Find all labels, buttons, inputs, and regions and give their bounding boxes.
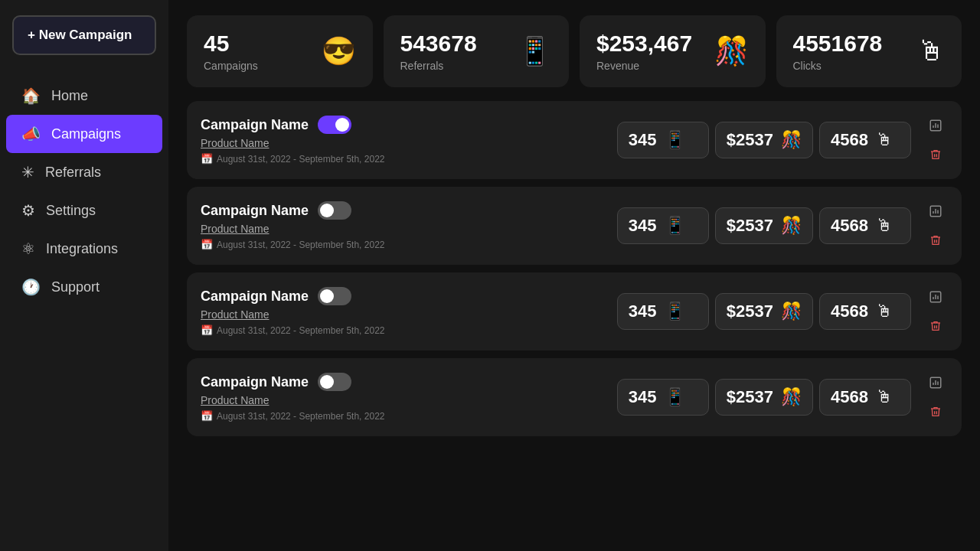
support-icon: 🕐 xyxy=(21,278,41,296)
stat-info: 4551678 Clicks xyxy=(793,31,883,72)
campaign-name-row: Campaign Name xyxy=(201,373,609,391)
home-icon: 🏠 xyxy=(21,86,41,105)
revenue-badge: $2537 🎊 xyxy=(715,379,813,416)
campaign-date: 📅 August 31st, 2022 - September 5th, 202… xyxy=(201,239,609,250)
sidebar-item-label: Support xyxy=(51,279,100,295)
stat-value: 4551678 xyxy=(793,31,883,57)
clicks-icon: 🖱 xyxy=(876,130,893,150)
metrics-group: 345 📱 $2537 🎊 4568 🖱 xyxy=(617,293,911,330)
stat-card-0: 45 Campaigns 😎 xyxy=(187,15,373,87)
view-report-button[interactable] xyxy=(923,370,948,395)
stat-icon: 📱 xyxy=(518,35,552,67)
sidebar-item-label: Home xyxy=(51,88,88,104)
clicks-value: 4568 xyxy=(831,130,868,150)
campaign-info: Campaign Name Product Name 📅 August 31st… xyxy=(201,373,609,422)
campaign-card-1: Campaign Name Product Name 📅 August 31st… xyxy=(187,187,962,265)
revenue-icon: 🎊 xyxy=(781,216,802,236)
clicks-value: 4568 xyxy=(831,216,868,236)
metrics-group: 345 📱 $2537 🎊 4568 🖱 xyxy=(617,122,911,158)
sidebar-item-campaigns[interactable]: 📣 Campaigns xyxy=(6,115,162,153)
campaign-card-2: Campaign Name Product Name 📅 August 31st… xyxy=(187,272,962,350)
referrals-value: 345 xyxy=(629,387,657,407)
stats-row: 45 Campaigns 😎 543678 Referrals 📱 $253,4… xyxy=(187,15,962,87)
stat-label: Clicks xyxy=(793,60,883,72)
clicks-icon: 🖱 xyxy=(876,302,893,321)
clicks-badge: 4568 🖱 xyxy=(819,379,911,416)
toggle-knob xyxy=(320,289,334,303)
revenue-value: $2537 xyxy=(727,387,773,407)
sidebar-item-support[interactable]: 🕐 Support xyxy=(6,268,162,306)
campaign-product[interactable]: Product Name xyxy=(201,137,609,149)
campaign-name-row: Campaign Name xyxy=(201,287,609,305)
view-report-button[interactable] xyxy=(923,285,948,309)
calendar-icon: 📅 xyxy=(201,410,213,422)
clicks-badge: 4568 🖱 xyxy=(819,293,911,330)
new-campaign-button[interactable]: + New Campaign xyxy=(12,15,156,55)
campaign-name: Campaign Name xyxy=(201,117,309,133)
delete-campaign-button[interactable] xyxy=(923,314,948,338)
revenue-icon: 🎊 xyxy=(781,387,802,407)
stat-value: 543678 xyxy=(400,31,477,57)
referrals-value: 345 xyxy=(629,130,657,150)
campaigns-icon: 📣 xyxy=(21,125,41,143)
revenue-badge: $2537 🎊 xyxy=(715,207,813,244)
campaign-product[interactable]: Product Name xyxy=(201,394,609,406)
campaign-info: Campaign Name Product Name 📅 August 31st… xyxy=(201,287,609,336)
sidebar-item-home[interactable]: 🏠 Home xyxy=(6,77,162,115)
stat-value: $253,467 xyxy=(596,31,692,57)
sidebar: + New Campaign 🏠 Home 📣 Campaigns ✳ Refe… xyxy=(0,0,168,551)
clicks-icon: 🖱 xyxy=(876,216,893,236)
revenue-icon: 🎊 xyxy=(781,130,802,150)
campaign-name: Campaign Name xyxy=(201,374,309,390)
action-buttons xyxy=(923,199,948,253)
sidebar-item-label: Settings xyxy=(46,203,96,219)
campaign-date: 📅 August 31st, 2022 - September 5th, 202… xyxy=(201,153,609,165)
revenue-icon: 🎊 xyxy=(781,302,802,321)
campaign-name: Campaign Name xyxy=(201,203,309,219)
sidebar-item-integrations[interactable]: ⚛ Integrations xyxy=(6,230,162,268)
campaign-info: Campaign Name Product Name 📅 August 31st… xyxy=(201,201,609,250)
stat-label: Referrals xyxy=(400,60,477,72)
campaign-name-row: Campaign Name xyxy=(201,116,609,134)
toggle-knob xyxy=(320,375,334,389)
sidebar-item-label: Integrations xyxy=(46,241,118,257)
campaign-date-text: August 31st, 2022 - September 5th, 2022 xyxy=(217,411,384,422)
referrals-icon: 📱 xyxy=(665,387,685,407)
referrals-icon: 📱 xyxy=(665,130,685,150)
referrals-icon: ✳ xyxy=(21,163,34,181)
view-report-button[interactable] xyxy=(923,199,948,223)
main-content: 45 Campaigns 😎 543678 Referrals 📱 $253,4… xyxy=(168,0,980,551)
clicks-badge: 4568 🖱 xyxy=(819,122,911,158)
referrals-badge: 345 📱 xyxy=(617,122,709,158)
stat-icon: 🎊 xyxy=(714,35,749,67)
campaign-date-text: August 31st, 2022 - September 5th, 2022 xyxy=(217,325,384,336)
stat-icon: 😎 xyxy=(322,35,356,67)
sidebar-item-settings[interactable]: ⚙ Settings xyxy=(6,191,162,230)
integrations-icon: ⚛ xyxy=(21,240,35,258)
stat-icon: 🖱 xyxy=(917,35,945,67)
campaign-toggle[interactable] xyxy=(318,373,351,391)
stat-card-2: $253,467 Revenue 🎊 xyxy=(580,15,766,87)
referrals-icon: 📱 xyxy=(665,302,685,321)
delete-campaign-button[interactable] xyxy=(923,228,948,253)
campaign-product[interactable]: Product Name xyxy=(201,308,609,321)
settings-icon: ⚙ xyxy=(21,201,35,220)
revenue-value: $2537 xyxy=(727,302,773,321)
stat-label: Campaigns xyxy=(204,60,258,72)
campaign-product[interactable]: Product Name xyxy=(201,223,609,235)
campaign-toggle[interactable] xyxy=(318,116,351,134)
clicks-value: 4568 xyxy=(831,387,868,407)
stat-card-3: 4551678 Clicks 🖱 xyxy=(776,15,962,87)
delete-campaign-button[interactable] xyxy=(923,399,948,424)
sidebar-item-referrals[interactable]: ✳ Referrals xyxy=(6,153,162,191)
campaign-list: Campaign Name Product Name 📅 August 31st… xyxy=(187,101,962,436)
campaign-toggle[interactable] xyxy=(318,287,351,305)
calendar-icon: 📅 xyxy=(201,153,213,165)
calendar-icon: 📅 xyxy=(201,239,213,250)
toggle-knob xyxy=(320,204,334,217)
campaign-toggle[interactable] xyxy=(318,201,351,220)
revenue-value: $2537 xyxy=(727,130,773,150)
campaign-date: 📅 August 31st, 2022 - September 5th, 202… xyxy=(201,324,609,336)
delete-campaign-button[interactable] xyxy=(923,142,948,167)
view-report-button[interactable] xyxy=(923,113,948,138)
